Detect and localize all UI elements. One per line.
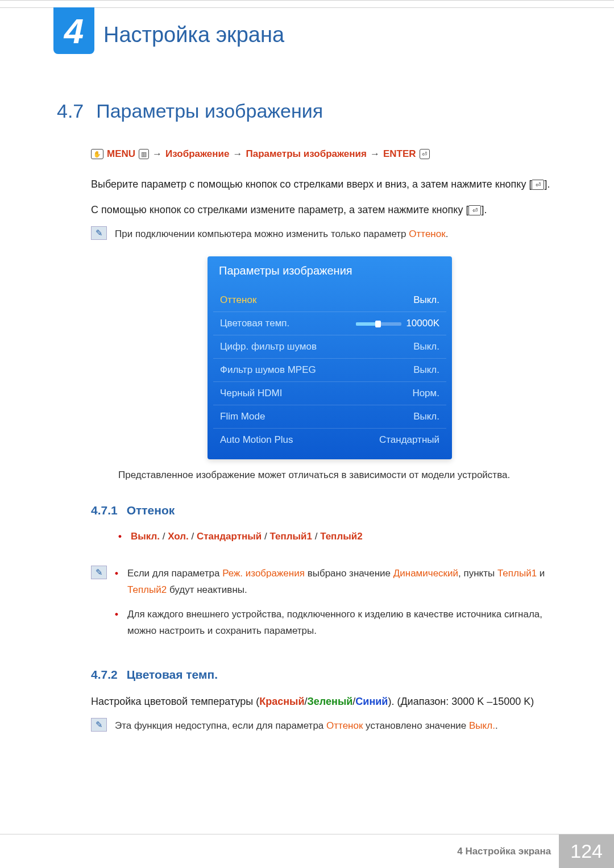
text: Если для параметра Реж. изображения выбр… <box>127 566 569 599</box>
osd-value: Выкл. <box>413 341 439 352</box>
nav-menu: MENU <box>107 148 135 160</box>
hl: Динамический <box>393 568 458 579</box>
t: . <box>495 720 498 731</box>
paragraph-2: С помощью кнопок со стрелками измените п… <box>91 201 569 219</box>
subsection-471: 4.7.1 Оттенок <box>91 504 569 517</box>
osd-row-tint: Оттенок Выкл. <box>213 289 446 312</box>
opt: Выкл. <box>131 531 160 542</box>
note-text: При подключении компьютера можно изменит… <box>115 226 448 243</box>
enter-icon: ⏎ <box>532 180 544 190</box>
t: установлено значение <box>363 720 469 731</box>
hand-icon: ✋ <box>91 149 103 159</box>
hl: Оттенок <box>326 720 363 731</box>
hl: Реж. изображения <box>222 568 305 579</box>
arrow-icon: → <box>370 148 380 160</box>
t: и <box>537 568 545 579</box>
enter-icon: ⏎ <box>420 149 430 159</box>
section-heading: 4.7 Параметры изображения <box>57 100 569 122</box>
nav-p2: Параметры изображения <box>246 148 367 160</box>
osd-label: Оттенок <box>220 294 256 306</box>
osd-title: Параметры изображения <box>208 256 452 285</box>
bullet-icon: • <box>115 607 119 639</box>
osd-value-text: 10000K <box>406 318 439 329</box>
osd-row-hdmi: Черный HDMI Норм. <box>213 382 446 405</box>
hl: Выкл. <box>469 720 495 731</box>
t: Если для параметра <box>127 568 222 579</box>
note-bullet-2: • Для каждого внешнего устройства, подкл… <box>115 607 569 639</box>
bullet-icon: • <box>118 529 123 545</box>
section-title: Параметры изображения <box>96 100 323 122</box>
section-number: 4.7 <box>57 100 84 122</box>
subsection-title: Оттенок <box>127 504 175 517</box>
osd-row-film: Flim Mode Выкл. <box>213 405 446 429</box>
osd-menu: Параметры изображения Оттенок Выкл. Цвет… <box>208 256 452 459</box>
t: выбрано значение <box>305 568 393 579</box>
chapter-title: Настройка экрана <box>103 23 284 47</box>
note-text: Эта функция недоступна, если для парамет… <box>115 718 498 734</box>
note-3: Эта функция недоступна, если для парамет… <box>91 718 569 734</box>
t: Эта функция недоступна, если для парамет… <box>115 720 326 731</box>
top-rule <box>0 0 614 8</box>
menu-grid-icon: ▥ <box>139 149 149 159</box>
menu-path: ✋ MENU ▥ → Изображение → Параметры изобр… <box>91 148 569 160</box>
text: С помощью кнопок со стрелками измените п… <box>91 204 468 215</box>
osd-label: Flim Mode <box>220 411 265 422</box>
bullet-icon: • <box>115 566 119 599</box>
options-text: Выкл. / Хол. / Стандартный / Теплый1 / Т… <box>131 529 363 545</box>
t: , пункты <box>458 568 497 579</box>
text: При подключении компьютера можно изменит… <box>115 229 409 239</box>
text: Для каждого внешнего устройства, подключ… <box>127 607 569 639</box>
sep: / <box>189 531 197 542</box>
sep: / <box>262 531 269 542</box>
opt: Теплый2 <box>320 531 362 542</box>
options-line: • Выкл. / Хол. / Стандартный / Теплый1 /… <box>118 529 569 545</box>
text: ]. <box>481 204 487 215</box>
pencil-note-icon <box>91 566 107 579</box>
arrow-icon: → <box>152 148 162 160</box>
sep: / <box>160 531 168 542</box>
osd-value: Выкл. <box>413 364 439 376</box>
osd-row-mpeg: Фильтр шумов MPEG Выкл. <box>213 359 446 382</box>
osd-value: Стандартный <box>379 434 439 446</box>
osd-value: Норм. <box>412 388 439 399</box>
hl: Зеленый <box>308 696 353 707</box>
pencil-note-icon <box>91 718 107 732</box>
arrow-icon: → <box>233 148 243 160</box>
opt: Стандартный <box>197 531 262 542</box>
osd-value: Выкл. <box>413 294 439 306</box>
page-footer: 4 Настройка экрана 124 <box>0 834 614 868</box>
hl: Красный <box>259 696 304 707</box>
osd-row-colortemp: Цветовая темп. 10000K <box>213 312 446 335</box>
slider-icon <box>356 322 401 326</box>
nav-p1: Изображение <box>165 148 229 160</box>
footer-label: 4 Настройка экрана <box>457 846 551 857</box>
footer-page-number: 124 <box>559 834 614 868</box>
highlight: Оттенок <box>409 229 445 239</box>
pencil-note-icon <box>91 226 107 240</box>
paragraph-1: Выберите параметр с помощью кнопок со ст… <box>91 176 569 193</box>
osd-row-dnr: Цифр. фильтр шумов Выкл. <box>213 335 446 359</box>
osd-label: Auto Motion Plus <box>220 434 293 446</box>
osd-label: Фильтр шумов MPEG <box>220 364 316 376</box>
osd-value: 10000K <box>356 318 439 329</box>
osd-row-amp: Auto Motion Plus Стандартный <box>213 429 446 451</box>
t: будут неактивны. <box>167 584 247 595</box>
paragraph-colortemp: Настройка цветовой температуры (Красный/… <box>91 693 569 711</box>
t: Настройка цветовой температуры ( <box>91 696 259 707</box>
note-bullet-1: • Если для параметра Реж. изображения вы… <box>115 566 569 599</box>
opt: Хол. <box>168 531 189 542</box>
osd-value: Выкл. <box>413 411 439 422</box>
opt: Теплый1 <box>269 531 312 542</box>
hl: Теплый1 <box>497 568 537 579</box>
text: Выберите параметр с помощью кнопок со ст… <box>91 178 532 190</box>
chapter-number: 4 <box>53 7 94 54</box>
hl: Теплый2 <box>127 584 167 595</box>
sep: / <box>312 531 320 542</box>
note-1: При подключении компьютера можно изменит… <box>91 226 569 243</box>
text: ]. <box>544 178 550 190</box>
t: ). (Диапазон: 3000 K –15000 K) <box>388 696 534 707</box>
note-2: • Если для параметра Реж. изображения вы… <box>91 566 569 647</box>
subsection-472: 4.7.2 Цветовая темп. <box>91 668 569 682</box>
subsection-title: Цветовая темп. <box>127 668 218 682</box>
osd-body: Оттенок Выкл. Цветовая темп. 10000K Цифр… <box>208 285 452 459</box>
